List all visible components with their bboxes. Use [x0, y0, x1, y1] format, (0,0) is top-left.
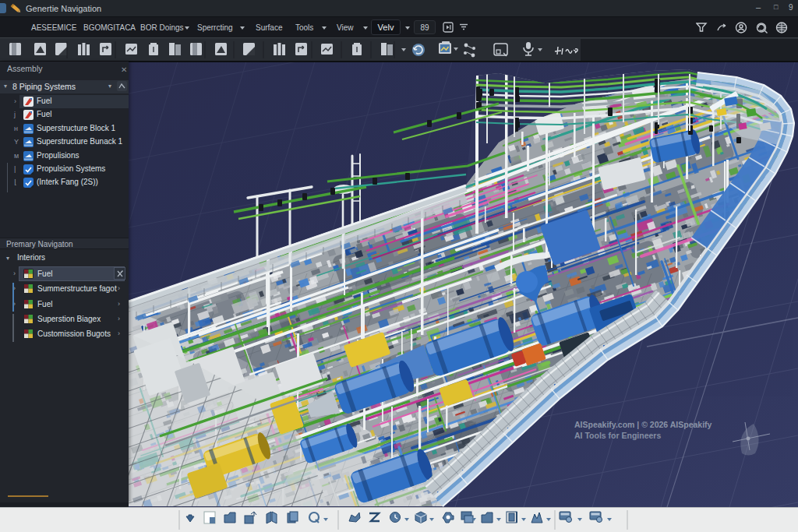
- svg-text:AISpeakify.com | © 2026 AISpea: AISpeakify.com | © 2026 AISpeakify: [574, 420, 712, 429]
- svg-text:AI Tools for Engineers: AI Tools for Engineers: [574, 431, 661, 440]
